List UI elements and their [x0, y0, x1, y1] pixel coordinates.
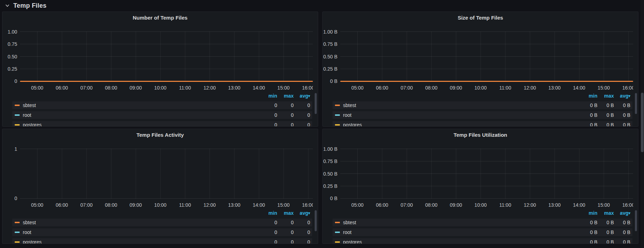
series-name[interactable]: root — [343, 229, 581, 235]
y-axis: 1.00 B 0.75 B 0.50 B 0.25 B 0 B — [323, 146, 337, 201]
series-color-swatch[interactable] — [335, 124, 340, 126]
legend-avg-value: 0 — [294, 122, 310, 126]
series-name[interactable]: sbtest — [23, 220, 261, 225]
series-color-swatch[interactable] — [335, 232, 340, 233]
page-scrollbar-thumb[interactable] — [641, 93, 644, 152]
legend-column-min[interactable]: min — [261, 210, 277, 216]
series-name[interactable]: root — [23, 112, 261, 118]
row-header-temp-files[interactable]: Temp Files — [5, 1, 47, 10]
plot-area[interactable] — [340, 31, 633, 82]
y-axis-label: 0.75 — [8, 41, 17, 47]
x-axis-label: 15:00 — [271, 85, 296, 91]
legend: min max avg▾ sbtest 0 B 0 B 0 B — [333, 210, 632, 243]
y-axis-label: 0.25 B — [323, 183, 337, 189]
x-axis-label: 06:00 — [49, 85, 74, 91]
y-axis-label: 1.00 — [8, 29, 17, 35]
panel-title[interactable]: Temp Files Utilization — [323, 129, 638, 137]
y-axis-label: 1.00 B — [323, 146, 337, 152]
x-axis-label: 06:00 — [49, 202, 74, 208]
series-name[interactable]: postgres — [343, 122, 581, 126]
series-name[interactable]: postgres — [343, 239, 581, 243]
series-color-swatch[interactable] — [335, 241, 340, 243]
legend-row: root 0 B 0 B 0 B — [333, 111, 632, 119]
series-name[interactable]: sbtest — [23, 102, 261, 108]
legend-scrollbar[interactable] — [635, 93, 637, 114]
legend-scrollbar[interactable] — [315, 93, 317, 114]
x-axis: 05:00 06:00 07:00 08:00 09:00 10:00 11:0… — [20, 85, 313, 91]
x-axis-label: 05:00 — [25, 85, 49, 91]
legend-row: postgres 0 B 0 B 0 B — [333, 121, 632, 126]
legend-avg-value: 0 B — [614, 112, 630, 118]
series-name[interactable]: sbtest — [343, 102, 581, 108]
series-name[interactable]: root — [343, 112, 581, 118]
sort-desc-icon: ▾ — [628, 211, 630, 215]
legend-avg-value: 0 B — [614, 239, 630, 243]
legend-scrollbar[interactable] — [315, 210, 317, 231]
series-name[interactable]: sbtest — [343, 220, 581, 225]
panel-title[interactable]: Size of Temp Files — [323, 12, 638, 20]
series-color-swatch[interactable] — [15, 232, 20, 233]
plot-area[interactable] — [20, 31, 313, 82]
x-axis-label: 14:00 — [567, 85, 591, 91]
x-axis-label: 08:00 — [99, 202, 123, 208]
plot-area[interactable] — [20, 149, 313, 199]
series-name[interactable]: postgres — [23, 239, 261, 243]
series-color-swatch[interactable] — [15, 222, 20, 223]
x-axis-label: 16:00 — [616, 85, 633, 91]
legend-column-max[interactable]: max — [277, 93, 294, 99]
legend-column-min[interactable]: min — [581, 93, 597, 99]
legend-column-min[interactable]: min — [581, 210, 597, 216]
legend-column-max[interactable]: max — [597, 210, 614, 216]
x-axis-label: 13:00 — [542, 202, 567, 208]
legend-max-value: 0 B — [597, 122, 614, 126]
legend-column-max[interactable]: max — [277, 210, 294, 216]
legend-rows: sbtest 0 B 0 B 0 B root 0 B 0 B 0 B — [333, 219, 632, 243]
legend-min-value: 0 — [261, 122, 277, 126]
y-axis-label: 0.50 B — [323, 171, 337, 177]
x-axis-label: 09:00 — [444, 85, 468, 91]
series-name[interactable]: postgres — [23, 122, 261, 126]
y-axis-label: 0.75 B — [323, 41, 337, 47]
legend-column-avg[interactable]: avg▾ — [614, 210, 630, 216]
legend-row: root 0 B 0 B 0 B — [333, 228, 632, 236]
legend-avg-value: 0 — [294, 102, 310, 108]
legend-column-avg[interactable]: avg▾ — [294, 210, 310, 216]
legend-column-max[interactable]: max — [597, 93, 614, 99]
y-axis-label: 0.25 — [8, 66, 17, 72]
x-axis-label: 13:00 — [222, 202, 246, 208]
y-axis: 1 0 — [2, 146, 17, 201]
series-name[interactable]: root — [23, 229, 261, 235]
page-scrollbar[interactable] — [640, 0, 644, 248]
legend-max-value: 0 B — [597, 239, 614, 243]
series-color-swatch[interactable] — [335, 114, 340, 116]
legend-column-avg[interactable]: avg▾ — [614, 93, 630, 99]
series-line — [340, 81, 633, 82]
series-color-swatch[interactable] — [15, 105, 20, 106]
panel-title[interactable]: Temp Files Activity — [2, 129, 318, 137]
panel-title[interactable]: Number of Temp Files — [2, 12, 318, 20]
panel: Temp Files Activity 1 0 05:00 06:00 07:0… — [2, 129, 318, 244]
x-axis-label: 09:00 — [123, 202, 148, 208]
series-color-swatch[interactable] — [335, 222, 340, 223]
y-axis-label: 0 B — [330, 196, 337, 201]
x-axis-label: 14:00 — [567, 202, 591, 208]
y-axis-label: 0.25 B — [323, 66, 337, 72]
series-color-swatch[interactable] — [15, 114, 20, 116]
series-color-swatch[interactable] — [335, 105, 340, 106]
legend-max-value: 0 — [277, 229, 294, 235]
x-axis-label: 06:00 — [370, 85, 394, 91]
legend-scrollbar[interactable] — [635, 210, 637, 231]
legend-max-value: 0 — [277, 220, 294, 225]
legend-min-value: 0 B — [581, 112, 597, 118]
legend-min-value: 0 B — [581, 122, 597, 126]
plot-area[interactable] — [340, 149, 633, 199]
series-color-swatch[interactable] — [15, 241, 20, 243]
x-axis-label: 12:00 — [518, 202, 542, 208]
legend-column-min[interactable]: min — [261, 93, 277, 99]
series-color-swatch[interactable] — [15, 124, 20, 126]
legend-row: postgres 0 0 0 — [12, 121, 312, 126]
legend-max-value: 0 B — [597, 229, 614, 235]
legend-column-avg[interactable]: avg▾ — [294, 93, 310, 99]
x-axis-label: 12:00 — [197, 202, 222, 208]
legend-row: root 0 0 0 — [12, 228, 312, 236]
